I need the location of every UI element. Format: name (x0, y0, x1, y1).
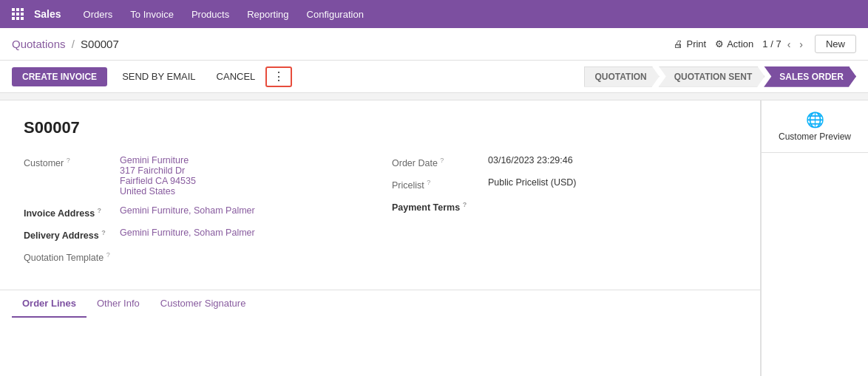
globe-icon: 🌐 (770, 111, 859, 129)
payment-terms-label: Payment Terms ? (392, 199, 488, 213)
app-name: Sales (34, 8, 61, 20)
header-bar: Quotations / S00007 🖨 Print ⚙ Action 1 /… (0, 28, 868, 61)
nav-reporting[interactable]: Reporting (240, 0, 296, 28)
customer-address2: Fairfield CA 94535 (120, 176, 196, 186)
customer-name: Gemini Furniture (120, 155, 196, 165)
prev-page-button[interactable]: ‹ (784, 37, 794, 52)
main-content: S00007 Customer ? Gemini Furniture 317 F… (0, 100, 868, 376)
customer-address1: 317 Fairchild Dr (120, 165, 196, 176)
next-page-button[interactable]: › (796, 37, 806, 52)
form-grid: Customer ? Gemini Furniture 317 Fairchil… (24, 155, 736, 272)
breadcrumb-sep: / (72, 38, 75, 50)
grid-icon[interactable] (9, 5, 27, 23)
svg-rect-6 (12, 17, 15, 20)
order-date-field-row: Order Date ? 03/16/2023 23:29:46 (392, 155, 736, 168)
svg-rect-3 (12, 13, 15, 16)
page-navigation: 1 / 7 ‹ › (762, 37, 806, 52)
action-label: Action (727, 38, 753, 49)
form-body: S00007 Customer ? Gemini Furniture 317 F… (0, 100, 760, 290)
svg-rect-8 (21, 17, 24, 20)
customer-country: United States (120, 186, 196, 196)
new-button[interactable]: New (815, 35, 856, 53)
cancel-button[interactable]: CANCEL (206, 66, 266, 86)
customer-preview-label: Customer Preview (770, 131, 859, 142)
pricelist-field-row: Pricelist ? Public Pricelist (USD) (392, 177, 736, 191)
customer-value[interactable]: Gemini Furniture 317 Fairchild Dr Fairfi… (120, 155, 196, 196)
print-button[interactable]: 🖨 Print (674, 38, 706, 49)
svg-rect-4 (16, 13, 19, 16)
invoice-address-field-row: Invoice Address ? Gemini Furniture, Soha… (24, 205, 368, 219)
nav-to-invoice[interactable]: To Invoice (123, 0, 181, 28)
header-actions: 🖨 Print ⚙ Action 1 / 7 ‹ › New (674, 35, 856, 53)
send-by-email-button[interactable]: SEND BY EMAIL (112, 66, 206, 86)
payment-terms-field-row: Payment Terms ? (392, 199, 736, 213)
breadcrumb-parent[interactable]: Quotations (12, 38, 66, 50)
form-area: S00007 Customer ? Gemini Furniture 317 F… (0, 100, 761, 376)
tab-order-lines[interactable]: Order Lines (12, 290, 87, 318)
order-date-label: Order Date ? (392, 155, 488, 168)
quotation-template-label: Quotation Template ? (24, 250, 120, 263)
status-quotation-sent[interactable]: QUOTATION SENT (659, 66, 765, 87)
status-sales-order[interactable]: SALES ORDER (764, 66, 856, 87)
svg-rect-0 (12, 8, 15, 11)
svg-rect-5 (21, 13, 24, 16)
order-date-value[interactable]: 03/16/2023 23:29:46 (488, 155, 573, 165)
customer-label: Customer ? (24, 155, 120, 168)
action-button[interactable]: ⚙ Action (715, 38, 753, 49)
section-divider (0, 93, 868, 100)
delivery-address-label: Delivery Address ? (24, 228, 120, 241)
tab-other-info[interactable]: Other Info (87, 290, 150, 318)
svg-rect-2 (21, 8, 24, 11)
tab-customer-signature[interactable]: Customer Signature (150, 290, 257, 318)
gear-icon: ⚙ (715, 38, 724, 49)
print-icon: 🖨 (674, 38, 683, 49)
customer-preview-button[interactable]: 🌐 Customer Preview (762, 100, 868, 153)
breadcrumb-current: S00007 (81, 38, 119, 50)
customer-field-row: Customer ? Gemini Furniture 317 Fairchil… (24, 155, 368, 196)
invoice-address-label: Invoice Address ? (24, 205, 120, 219)
pricelist-value[interactable]: Public Pricelist (USD) (488, 177, 576, 188)
breadcrumb: Quotations / S00007 (12, 38, 674, 50)
delivery-address-field-row: Delivery Address ? Gemini Furniture, Soh… (24, 228, 368, 241)
svg-rect-7 (16, 17, 19, 20)
svg-rect-1 (16, 8, 19, 11)
nav-orders[interactable]: Orders (76, 0, 121, 28)
status-steps: QUOTATION QUOTATION SENT SALES ORDER (584, 66, 856, 87)
invoice-address-value[interactable]: Gemini Furniture, Soham Palmer (120, 205, 255, 216)
print-label: Print (686, 38, 706, 49)
pricelist-label: Pricelist ? (392, 177, 488, 191)
left-column: Customer ? Gemini Furniture 317 Fairchil… (24, 155, 368, 272)
create-invoice-button[interactable]: CREATE INVOICE (12, 67, 107, 86)
kebab-menu-button[interactable]: ⋮ (265, 66, 292, 87)
delivery-address-value[interactable]: Gemini Furniture, Soham Palmer (120, 228, 255, 238)
top-navigation: Sales Orders To Invoice Products Reporti… (0, 0, 868, 28)
page-counter: 1 / 7 (762, 38, 781, 49)
right-column: Order Date ? 03/16/2023 23:29:46 Priceli… (392, 155, 736, 272)
sidebar: 🌐 Customer Preview (761, 100, 868, 376)
tabs-bar: Order Lines Other Info Customer Signatur… (0, 290, 760, 317)
nav-products[interactable]: Products (184, 0, 237, 28)
nav-configuration[interactable]: Configuration (299, 0, 371, 28)
record-title: S00007 (24, 118, 736, 137)
action-bar: CREATE INVOICE SEND BY EMAIL CANCEL ⋮ QU… (0, 61, 868, 93)
status-quotation[interactable]: QUOTATION (584, 66, 660, 87)
quotation-template-field-row: Quotation Template ? (24, 250, 368, 263)
